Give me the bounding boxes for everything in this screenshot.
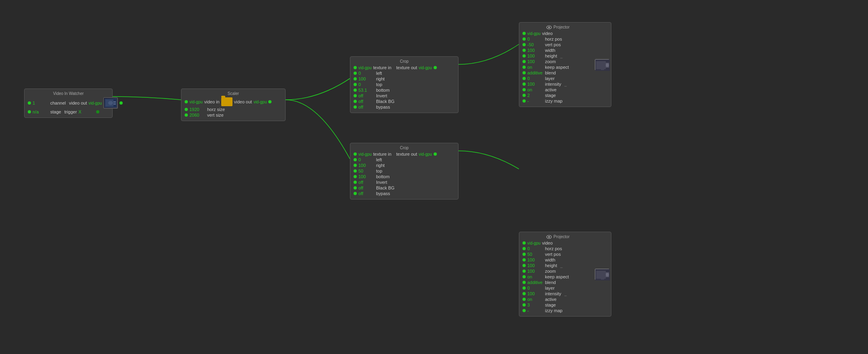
- proj1-horzpos-label: horz pos: [545, 37, 562, 41]
- proj1-horzpos-value[interactable]: 0: [527, 37, 543, 41]
- proj1-blend-value[interactable]: additive: [527, 70, 543, 75]
- proj2-active-label: active: [545, 297, 557, 302]
- crop1-bypass-label: bypass: [376, 105, 390, 109]
- proj2-vertpos-value[interactable]: 50: [527, 252, 543, 257]
- proj2-stage-value[interactable]: 3: [527, 303, 543, 307]
- crop2-left-label: left: [376, 157, 382, 162]
- crop1-bottom-value[interactable]: 53.1: [358, 88, 374, 93]
- proj1-left-tag: vid-gpu: [527, 31, 541, 36]
- svg-point-10: [606, 64, 609, 67]
- folder-icon: [221, 97, 232, 106]
- proj1-keepaspect-label: keep aspect: [545, 65, 569, 70]
- proj1-intensity-dot: [522, 82, 526, 86]
- proj2-blend-value[interactable]: additive: [527, 280, 543, 285]
- proj1-stage-value[interactable]: 2: [527, 93, 543, 98]
- proj1-zoom-value[interactable]: 100: [527, 59, 543, 64]
- crop1-title: Crop: [354, 59, 455, 64]
- proj2-izzymap-row: - izzy map: [522, 308, 593, 313]
- proj2-layer-value[interactable]: 0: [527, 286, 543, 290]
- proj1-active-value[interactable]: on: [527, 87, 543, 92]
- proj1-width-dot: [522, 49, 526, 52]
- proj2-layer-label: layer: [545, 286, 555, 290]
- crop1-bypass-value[interactable]: off: [358, 105, 374, 109]
- svg-point-13: [548, 236, 550, 238]
- crop1-invert-value[interactable]: off: [358, 93, 374, 98]
- proj2-active-value[interactable]: on: [527, 297, 543, 302]
- crop2-bottom-row: 100 bottom: [354, 174, 455, 179]
- eye-icon-2: [546, 235, 552, 239]
- proj2-keepaspect-row: on keep aspect: [522, 274, 593, 279]
- proj1-stage-dot: [522, 94, 526, 97]
- crop2-left-tag: vid-gpu: [358, 152, 372, 156]
- crop2-invert-value[interactable]: off: [358, 180, 374, 185]
- proj2-zoom-value[interactable]: 100: [527, 269, 543, 274]
- proj2-active-dot: [522, 298, 526, 301]
- crop1-out-dot: [434, 66, 437, 69]
- proj2-intensity-value[interactable]: 100: [527, 291, 543, 296]
- crop1-blackbg-row: off Black BG: [354, 99, 455, 104]
- stage-value[interactable]: n/a: [33, 109, 49, 114]
- channel-row: 1 channel video out vid-gpu: [28, 97, 109, 109]
- crop1-top-value[interactable]: 0: [358, 82, 374, 87]
- proj1-layer-value[interactable]: 0: [527, 76, 543, 81]
- proj2-horzpos-value[interactable]: 0: [527, 246, 543, 251]
- crop2-bypass-value[interactable]: off: [358, 191, 374, 196]
- proj1-keepaspect-dot: [522, 66, 526, 69]
- proj2-width-label: width: [545, 257, 555, 262]
- proj2-izzymap-value[interactable]: -: [527, 308, 543, 313]
- channel-dot: [28, 101, 31, 105]
- stage-row: n/a stage trigger X: [28, 109, 109, 114]
- proj2-height-label: height: [545, 263, 557, 268]
- horz-size-value[interactable]: 1920: [189, 107, 206, 112]
- proj1-izzymap-value[interactable]: -: [527, 99, 543, 103]
- proj1-width-value[interactable]: 100: [527, 48, 543, 53]
- proj2-thumbnail: [595, 269, 609, 280]
- channel-value[interactable]: 1: [33, 101, 49, 105]
- proj2-stage-label: stage: [545, 303, 556, 307]
- proj1-intensity-value[interactable]: 100: [527, 82, 543, 86]
- video-out-dot: [119, 101, 123, 105]
- proj2-height-value[interactable]: 100: [527, 263, 543, 268]
- crop1-blackbg-value[interactable]: off: [358, 99, 374, 104]
- scaler-title: Scaler: [185, 91, 282, 96]
- crop2-title: Crop: [354, 146, 455, 150]
- crop2-left-value[interactable]: 0: [358, 157, 374, 162]
- crop1-invert-row: off Invert: [354, 93, 455, 98]
- proj2-vertpos-dot: [522, 253, 526, 256]
- proj1-active-label: active: [545, 87, 557, 92]
- projector1-node: Projector vid-gpu video 0 horz pos -50 v…: [519, 22, 611, 107]
- proj2-intensity-label: intensity: [545, 291, 561, 296]
- proj1-height-value[interactable]: 100: [527, 54, 543, 58]
- svg-rect-18: [601, 278, 604, 280]
- crop1-bottom-label: bottom: [376, 88, 390, 93]
- proj1-blend-dot: [522, 71, 526, 74]
- proj2-vertpos-label: vert pos: [545, 252, 561, 257]
- vert-size-value[interactable]: 2060: [189, 113, 206, 117]
- proj1-layer-row: 0 layer: [522, 76, 593, 81]
- proj1-vertpos-value[interactable]: -50: [527, 42, 543, 47]
- crop2-bypass-row: off bypass: [354, 191, 455, 196]
- crop1-left-value[interactable]: 0: [358, 71, 374, 76]
- crop1-right-label: right: [376, 76, 385, 81]
- crop2-bottom-value[interactable]: 100: [358, 174, 374, 179]
- crop1-right-value[interactable]: 100: [358, 76, 374, 81]
- proj1-keepaspect-value[interactable]: on: [527, 65, 543, 70]
- proj1-zoom-dot: [522, 60, 526, 63]
- crop2-bottom-label: bottom: [376, 174, 390, 179]
- scaler-right-tag: vid-gpu: [253, 100, 267, 104]
- proj2-izzymap-label: izzy map: [545, 308, 562, 313]
- video-in-title: Video In Watcher: [28, 91, 109, 96]
- video-out-label: video out: [69, 101, 87, 105]
- crop2-top-value[interactable]: 50: [358, 169, 374, 173]
- crop2-blackbg-value[interactable]: off: [358, 185, 374, 190]
- proj2-keepaspect-value[interactable]: on: [527, 274, 543, 279]
- svg-rect-11: [601, 68, 604, 70]
- crop2-texture-row: vid-gpu texture in texture out vid-gpu: [354, 152, 455, 156]
- crop2-right-value[interactable]: 100: [358, 163, 374, 168]
- crop2-top-label: top: [376, 169, 382, 173]
- scaler-in-dot: [185, 100, 188, 103]
- projector2-node: Projector vid-gpu video 0 horz pos 50 ve…: [519, 232, 611, 317]
- proj2-width-value[interactable]: 100: [527, 257, 543, 262]
- proj1-video-row: vid-gpu video: [522, 31, 593, 36]
- proj2-izzymap-dot: [522, 309, 526, 312]
